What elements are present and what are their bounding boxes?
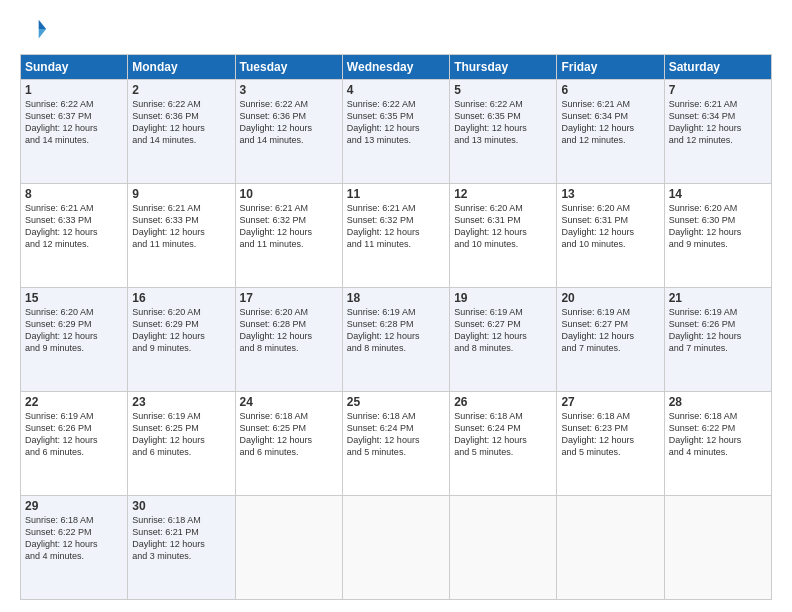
day-number: 27 — [561, 395, 659, 409]
day-info: Sunrise: 6:20 AM Sunset: 6:28 PM Dayligh… — [240, 306, 338, 355]
day-cell: 29 Sunrise: 6:18 AM Sunset: 6:22 PM Dayl… — [21, 496, 128, 600]
day-cell: 22 Sunrise: 6:19 AM Sunset: 6:26 PM Dayl… — [21, 392, 128, 496]
day-info: Sunrise: 6:21 AM Sunset: 6:33 PM Dayligh… — [132, 202, 230, 251]
day-info: Sunrise: 6:21 AM Sunset: 6:34 PM Dayligh… — [669, 98, 767, 147]
weekday-wednesday: Wednesday — [342, 55, 449, 80]
day-info: Sunrise: 6:20 AM Sunset: 6:29 PM Dayligh… — [25, 306, 123, 355]
day-number: 14 — [669, 187, 767, 201]
day-info: Sunrise: 6:18 AM Sunset: 6:23 PM Dayligh… — [561, 410, 659, 459]
day-number: 18 — [347, 291, 445, 305]
day-cell: 2 Sunrise: 6:22 AM Sunset: 6:36 PM Dayli… — [128, 80, 235, 184]
day-cell: 18 Sunrise: 6:19 AM Sunset: 6:28 PM Dayl… — [342, 288, 449, 392]
day-info: Sunrise: 6:22 AM Sunset: 6:37 PM Dayligh… — [25, 98, 123, 147]
day-info: Sunrise: 6:20 AM Sunset: 6:31 PM Dayligh… — [561, 202, 659, 251]
day-cell: 9 Sunrise: 6:21 AM Sunset: 6:33 PM Dayli… — [128, 184, 235, 288]
day-number: 26 — [454, 395, 552, 409]
day-cell: 23 Sunrise: 6:19 AM Sunset: 6:25 PM Dayl… — [128, 392, 235, 496]
day-cell: 14 Sunrise: 6:20 AM Sunset: 6:30 PM Dayl… — [664, 184, 771, 288]
day-number: 5 — [454, 83, 552, 97]
day-info: Sunrise: 6:22 AM Sunset: 6:35 PM Dayligh… — [347, 98, 445, 147]
day-cell: 3 Sunrise: 6:22 AM Sunset: 6:36 PM Dayli… — [235, 80, 342, 184]
day-cell: 19 Sunrise: 6:19 AM Sunset: 6:27 PM Dayl… — [450, 288, 557, 392]
day-number: 21 — [669, 291, 767, 305]
day-info: Sunrise: 6:18 AM Sunset: 6:24 PM Dayligh… — [347, 410, 445, 459]
day-cell: 27 Sunrise: 6:18 AM Sunset: 6:23 PM Dayl… — [557, 392, 664, 496]
day-cell — [235, 496, 342, 600]
week-row-4: 22 Sunrise: 6:19 AM Sunset: 6:26 PM Dayl… — [21, 392, 772, 496]
day-cell: 7 Sunrise: 6:21 AM Sunset: 6:34 PM Dayli… — [664, 80, 771, 184]
day-cell: 21 Sunrise: 6:19 AM Sunset: 6:26 PM Dayl… — [664, 288, 771, 392]
day-number: 22 — [25, 395, 123, 409]
day-number: 20 — [561, 291, 659, 305]
day-cell: 26 Sunrise: 6:18 AM Sunset: 6:24 PM Dayl… — [450, 392, 557, 496]
day-cell: 28 Sunrise: 6:18 AM Sunset: 6:22 PM Dayl… — [664, 392, 771, 496]
day-cell — [557, 496, 664, 600]
svg-marker-1 — [39, 29, 46, 38]
day-cell: 15 Sunrise: 6:20 AM Sunset: 6:29 PM Dayl… — [21, 288, 128, 392]
day-cell — [450, 496, 557, 600]
weekday-saturday: Saturday — [664, 55, 771, 80]
day-info: Sunrise: 6:21 AM Sunset: 6:32 PM Dayligh… — [347, 202, 445, 251]
header — [20, 16, 772, 44]
day-number: 3 — [240, 83, 338, 97]
day-number: 28 — [669, 395, 767, 409]
day-cell — [664, 496, 771, 600]
day-cell: 4 Sunrise: 6:22 AM Sunset: 6:35 PM Dayli… — [342, 80, 449, 184]
day-cell: 1 Sunrise: 6:22 AM Sunset: 6:37 PM Dayli… — [21, 80, 128, 184]
day-info: Sunrise: 6:19 AM Sunset: 6:28 PM Dayligh… — [347, 306, 445, 355]
day-info: Sunrise: 6:22 AM Sunset: 6:36 PM Dayligh… — [240, 98, 338, 147]
day-info: Sunrise: 6:18 AM Sunset: 6:24 PM Dayligh… — [454, 410, 552, 459]
day-cell: 17 Sunrise: 6:20 AM Sunset: 6:28 PM Dayl… — [235, 288, 342, 392]
day-info: Sunrise: 6:20 AM Sunset: 6:31 PM Dayligh… — [454, 202, 552, 251]
day-cell — [342, 496, 449, 600]
week-row-3: 15 Sunrise: 6:20 AM Sunset: 6:29 PM Dayl… — [21, 288, 772, 392]
weekday-thursday: Thursday — [450, 55, 557, 80]
day-number: 2 — [132, 83, 230, 97]
day-number: 19 — [454, 291, 552, 305]
day-info: Sunrise: 6:18 AM Sunset: 6:25 PM Dayligh… — [240, 410, 338, 459]
calendar-table: SundayMondayTuesdayWednesdayThursdayFrid… — [20, 54, 772, 600]
weekday-friday: Friday — [557, 55, 664, 80]
weekday-sunday: Sunday — [21, 55, 128, 80]
day-number: 16 — [132, 291, 230, 305]
day-info: Sunrise: 6:21 AM Sunset: 6:32 PM Dayligh… — [240, 202, 338, 251]
weekday-tuesday: Tuesday — [235, 55, 342, 80]
day-cell: 16 Sunrise: 6:20 AM Sunset: 6:29 PM Dayl… — [128, 288, 235, 392]
day-number: 15 — [25, 291, 123, 305]
day-cell: 8 Sunrise: 6:21 AM Sunset: 6:33 PM Dayli… — [21, 184, 128, 288]
day-info: Sunrise: 6:22 AM Sunset: 6:36 PM Dayligh… — [132, 98, 230, 147]
logo-icon — [20, 16, 48, 44]
day-number: 12 — [454, 187, 552, 201]
day-number: 1 — [25, 83, 123, 97]
svg-marker-2 — [24, 20, 39, 39]
day-number: 29 — [25, 499, 123, 513]
day-info: Sunrise: 6:19 AM Sunset: 6:25 PM Dayligh… — [132, 410, 230, 459]
day-info: Sunrise: 6:20 AM Sunset: 6:30 PM Dayligh… — [669, 202, 767, 251]
week-row-5: 29 Sunrise: 6:18 AM Sunset: 6:22 PM Dayl… — [21, 496, 772, 600]
weekday-monday: Monday — [128, 55, 235, 80]
day-number: 17 — [240, 291, 338, 305]
svg-marker-0 — [39, 20, 46, 29]
day-number: 23 — [132, 395, 230, 409]
week-row-1: 1 Sunrise: 6:22 AM Sunset: 6:37 PM Dayli… — [21, 80, 772, 184]
day-cell: 11 Sunrise: 6:21 AM Sunset: 6:32 PM Dayl… — [342, 184, 449, 288]
day-cell: 13 Sunrise: 6:20 AM Sunset: 6:31 PM Dayl… — [557, 184, 664, 288]
day-cell: 12 Sunrise: 6:20 AM Sunset: 6:31 PM Dayl… — [450, 184, 557, 288]
day-number: 7 — [669, 83, 767, 97]
weekday-header-row: SundayMondayTuesdayWednesdayThursdayFrid… — [21, 55, 772, 80]
week-row-2: 8 Sunrise: 6:21 AM Sunset: 6:33 PM Dayli… — [21, 184, 772, 288]
day-cell: 30 Sunrise: 6:18 AM Sunset: 6:21 PM Dayl… — [128, 496, 235, 600]
day-cell: 20 Sunrise: 6:19 AM Sunset: 6:27 PM Dayl… — [557, 288, 664, 392]
day-info: Sunrise: 6:18 AM Sunset: 6:22 PM Dayligh… — [669, 410, 767, 459]
day-info: Sunrise: 6:19 AM Sunset: 6:27 PM Dayligh… — [561, 306, 659, 355]
day-info: Sunrise: 6:19 AM Sunset: 6:26 PM Dayligh… — [669, 306, 767, 355]
day-info: Sunrise: 6:19 AM Sunset: 6:27 PM Dayligh… — [454, 306, 552, 355]
day-number: 24 — [240, 395, 338, 409]
day-number: 6 — [561, 83, 659, 97]
day-cell: 24 Sunrise: 6:18 AM Sunset: 6:25 PM Dayl… — [235, 392, 342, 496]
day-info: Sunrise: 6:21 AM Sunset: 6:33 PM Dayligh… — [25, 202, 123, 251]
day-info: Sunrise: 6:19 AM Sunset: 6:26 PM Dayligh… — [25, 410, 123, 459]
day-info: Sunrise: 6:18 AM Sunset: 6:21 PM Dayligh… — [132, 514, 230, 563]
day-number: 9 — [132, 187, 230, 201]
day-number: 11 — [347, 187, 445, 201]
